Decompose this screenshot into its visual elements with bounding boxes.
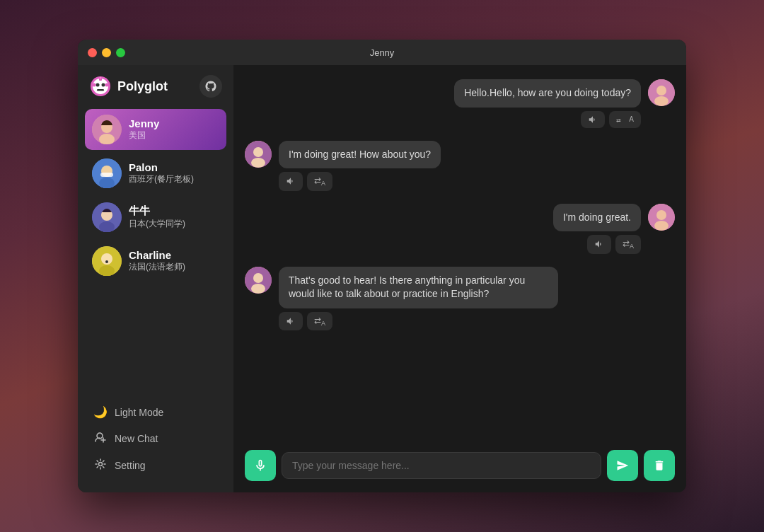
character-item-niuiniu[interactable]: 牛牛 日本(大学同学) (85, 197, 226, 238)
sidebar-bottom: 🌙 Light Mode New Chat (78, 393, 233, 492)
character-item-palon[interactable]: Palon 西班牙(餐厅老板) (85, 153, 226, 194)
user-avatar-3 (648, 204, 675, 231)
window-controls (88, 48, 125, 57)
palon-name: Palon (129, 161, 194, 173)
maximize-button[interactable] (116, 48, 125, 57)
jenny-avatar (92, 115, 122, 144)
polyglot-logo-icon (89, 75, 112, 98)
ai-avatar-4 (245, 267, 272, 294)
app-window: Jenny (78, 40, 686, 492)
window-title: Jenny (370, 47, 395, 58)
new-chat-icon (93, 432, 108, 446)
trash-icon (653, 459, 666, 472)
svg-point-38 (253, 273, 263, 283)
speaker-icon-4 (286, 316, 296, 326)
msg-bubble-3: I'm doing great. (553, 204, 641, 232)
charline-desc: 法国(法语老师) (129, 261, 185, 273)
speaker-btn-4[interactable] (279, 312, 303, 330)
translate-btn-3[interactable]: ⇄A (615, 235, 641, 253)
msg-bubble-2: I'm doing great! How about you? (279, 141, 441, 169)
niuiniu-info: 牛牛 日本(大学同学) (129, 204, 185, 230)
niuiniu-name: 牛牛 (129, 204, 185, 218)
setting-action[interactable]: Setting (89, 453, 222, 478)
svg-point-3 (102, 83, 105, 87)
svg-point-8 (105, 83, 109, 87)
msg-bubble-4: That's good to hear! Is there anything i… (279, 267, 558, 308)
palon-avatar (92, 158, 122, 188)
message-2: I'm doing great! How about you? ⇄A (245, 141, 675, 191)
msg-actions-3: ⇄A (553, 235, 641, 253)
minimize-button[interactable] (102, 48, 111, 57)
send-button[interactable] (607, 450, 638, 481)
send-icon (616, 459, 629, 472)
character-item-jenny[interactable]: Jenny 美国 (85, 109, 226, 150)
translate-btn-2[interactable]: ⇄A (307, 172, 332, 190)
niuiniu-avatar (92, 202, 122, 232)
svg-point-29 (654, 96, 668, 106)
new-chat-action[interactable]: New Chat (89, 426, 222, 451)
svg-point-39 (251, 284, 265, 294)
palon-desc: 西班牙(餐厅老板) (129, 173, 194, 185)
message-input[interactable] (282, 452, 601, 479)
mic-icon (253, 458, 267, 473)
github-button[interactable] (199, 75, 222, 98)
mic-button[interactable] (245, 450, 276, 481)
message-1: Hello.Hello, how are you doing today? ⇄ (245, 79, 675, 128)
msg-content-1: Hello.Hello, how are you doing today? ⇄ (454, 79, 641, 128)
light-mode-action[interactable]: 🌙 Light Mode (89, 400, 222, 424)
svg-point-22 (105, 260, 108, 263)
svg-point-35 (656, 210, 666, 220)
app-name: Polyglot (117, 79, 168, 94)
messages-list: Hello.Hello, how are you doing today? ⇄ (233, 65, 686, 441)
sidebar-header: Polyglot (78, 65, 233, 105)
svg-point-28 (656, 86, 666, 96)
niuiniu-desc: 日本(大学同学) (129, 218, 185, 230)
msg-actions-4: ⇄A (279, 312, 558, 330)
charline-avatar (92, 246, 122, 276)
translate-icon-1: ⇄ (616, 115, 626, 125)
main-content: Polyglot (78, 65, 686, 492)
jenny-name: Jenny (129, 117, 159, 129)
speaker-icon-2 (286, 176, 296, 186)
input-area (233, 441, 686, 492)
character-item-charline[interactable]: Charline 法国(法语老师) (85, 241, 226, 282)
ai-avatar-2 (245, 141, 272, 168)
message-4: That's good to hear! Is there anything i… (245, 267, 675, 331)
delete-button[interactable] (644, 450, 675, 481)
github-icon (204, 80, 217, 93)
svg-point-32 (253, 147, 263, 157)
setting-icon (93, 458, 108, 473)
svg-point-33 (251, 158, 265, 168)
msg-content-3: I'm doing great. ⇄A (553, 204, 641, 254)
close-button[interactable] (88, 48, 97, 57)
svg-point-2 (96, 83, 100, 87)
speaker-btn-3[interactable] (587, 235, 611, 253)
msg-actions-2: ⇄A (279, 172, 441, 190)
speaker-icon-3 (594, 239, 604, 249)
speaker-btn-2[interactable] (279, 172, 303, 190)
svg-text:⇄: ⇄ (616, 117, 621, 123)
new-chat-label: New Chat (115, 433, 158, 444)
msg-content-4: That's good to hear! Is there anything i… (279, 267, 558, 331)
svg-point-6 (100, 77, 102, 79)
charline-info: Charline 法国(法语老师) (129, 249, 185, 273)
msg-bubble-1: Hello.Hello, how are you doing today? (454, 79, 641, 108)
message-3: I'm doing great. ⇄A (245, 204, 675, 254)
svg-point-26 (99, 463, 103, 466)
jenny-desc: 美国 (129, 129, 159, 141)
msg-content-2: I'm doing great! How about you? ⇄A (279, 141, 441, 191)
light-mode-icon: 🌙 (93, 405, 108, 419)
character-list: Jenny 美国 Palon (78, 105, 233, 393)
setting-label: Setting (115, 460, 146, 471)
jenny-info: Jenny 美国 (129, 117, 159, 141)
svg-point-36 (654, 221, 668, 231)
speaker-icon-1 (588, 115, 598, 125)
titlebar: Jenny (78, 40, 686, 65)
speaker-btn-1[interactable] (581, 111, 605, 128)
charline-name: Charline (129, 249, 185, 261)
light-mode-label: Light Mode (115, 407, 163, 418)
translate-btn-4[interactable]: ⇄A (307, 312, 332, 330)
palon-info: Palon 西班牙(餐厅老板) (129, 161, 194, 185)
user-avatar-1 (648, 79, 675, 106)
translate-btn-1[interactable]: ⇄ A (609, 111, 641, 128)
